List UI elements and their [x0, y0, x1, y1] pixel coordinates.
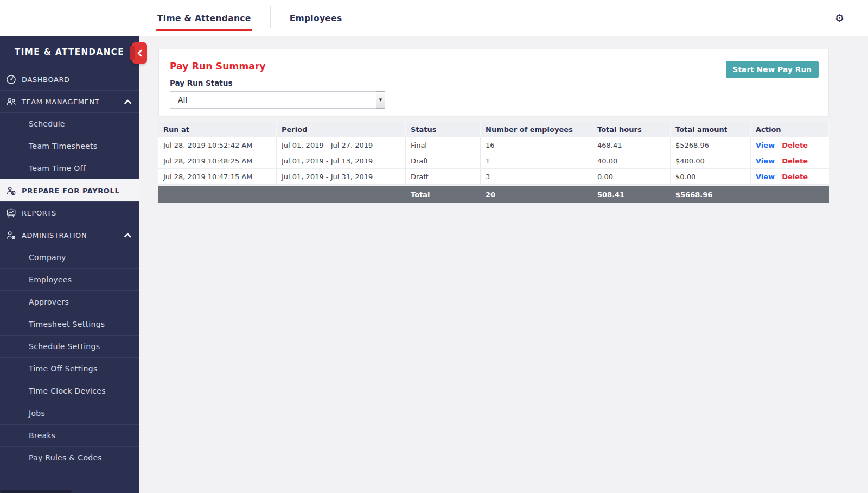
start-new-pay-run-button[interactable]: Start New Pay Run [726, 61, 819, 78]
view-link[interactable]: View [756, 141, 775, 149]
sidebar-item-schedule-settings[interactable]: Schedule Settings [0, 335, 139, 357]
sidebar-item-breaks[interactable]: Breaks [0, 424, 139, 446]
total-hours: 508.41 [592, 186, 671, 203]
chevron-up-icon [124, 99, 131, 104]
cell-total-hours: 468.41 [592, 137, 671, 153]
sidebar-item-label: Pay Rules & Codes [29, 453, 102, 462]
cell-employees: 16 [481, 137, 592, 153]
cell-action: View Delete [751, 169, 829, 185]
total-amount: $5668.96 [671, 186, 751, 203]
person-gear-icon [5, 230, 16, 241]
cell-period: Jul 01, 2019 - Jul 27, 2019 [277, 137, 406, 153]
select-value: All [178, 96, 187, 104]
table-row: Jul 28, 2019 10:52:42 AM Jul 01, 2019 - … [158, 137, 829, 153]
team-icon [5, 96, 16, 107]
tab-label: Employees [290, 14, 342, 23]
cell-employees: 3 [481, 169, 592, 185]
sidebar-item-prepare-for-payroll[interactable]: $ PREPARE FOR PAYROLL [0, 179, 139, 201]
sidebar-item-label: Schedule Settings [29, 342, 100, 351]
sidebar-item-dashboard[interactable]: DASHBOARD [0, 68, 139, 90]
cell-status: Draft [406, 169, 481, 185]
column-header-run-at: Run at [158, 122, 277, 137]
delete-link[interactable]: Delete [782, 173, 808, 181]
top-bar: Time & Attendance Employees ⚙ [0, 0, 868, 36]
person-dollar-icon: $ [5, 185, 16, 196]
total-empty [158, 186, 277, 203]
tab-time-attendance[interactable]: Time & Attendance [156, 0, 252, 36]
column-header-status: Status [406, 122, 481, 137]
sidebar-item-label: PREPARE FOR PAYROLL [22, 187, 119, 195]
cell-total-hours: 40.00 [592, 153, 671, 169]
page-title: Pay Run Summary [170, 61, 819, 72]
cell-run-at: Jul 28, 2019 10:47:15 AM [158, 169, 277, 185]
chevron-left-icon [137, 49, 142, 57]
cell-run-at: Jul 28, 2019 10:48:25 AM [158, 153, 277, 169]
sidebar-item-employees[interactable]: Employees [0, 268, 139, 290]
cell-run-at: Jul 28, 2019 10:52:42 AM [158, 137, 277, 153]
tab-divider [270, 6, 271, 28]
cell-status: Draft [406, 153, 481, 169]
sidebar-item-approvers[interactable]: Approvers [0, 290, 139, 313]
tab-employees[interactable]: Employees [289, 0, 343, 36]
settings-gear-icon[interactable]: ⚙ [835, 13, 844, 23]
dashboard-icon [5, 74, 16, 85]
column-header-action: Action [751, 122, 829, 137]
table-row: Jul 28, 2019 10:48:25 AM Jul 01, 2019 - … [158, 153, 829, 169]
cell-total-amount: $5268.96 [671, 137, 751, 153]
sidebar-item-time-clock-devices[interactable]: Time Clock Devices [0, 380, 139, 402]
table-total-row: Total 20 508.41 $5668.96 [158, 186, 829, 203]
cell-total-hours: 0.00 [592, 169, 671, 185]
sidebar: TIME & ATTENDANCE DASHBOARD TEAM MANAGEM… [0, 36, 139, 493]
chevron-up-icon [124, 233, 131, 238]
sidebar-item-label: Timesheet Settings [29, 320, 105, 328]
cell-action: View Delete [751, 153, 829, 169]
sidebar-item-label: Jobs [29, 409, 45, 418]
sidebar-item-time-off-settings[interactable]: Time Off Settings [0, 357, 139, 380]
sidebar-item-team-management[interactable]: TEAM MANAGEMENT [0, 90, 139, 112]
sidebar-item-schedule[interactable]: Schedule [0, 112, 139, 135]
view-link[interactable]: View [756, 173, 775, 181]
cell-action: View Delete [751, 137, 829, 153]
cell-total-amount: $400.00 [671, 153, 751, 169]
sidebar-item-label: ADMINISTRATION [22, 231, 87, 239]
delete-link[interactable]: Delete [782, 141, 808, 149]
column-header-total-hours: Total hours [592, 122, 671, 137]
cell-total-amount: $0.00 [671, 169, 751, 185]
tab-label: Time & Attendance [157, 14, 251, 23]
pay-run-status-label: Pay Run Status [170, 79, 819, 87]
delete-link[interactable]: Delete [782, 157, 808, 165]
sidebar-item-label: Team Time Off [29, 164, 86, 173]
pay-run-table: Run at Period Status Number of employees… [158, 122, 829, 203]
sidebar-item-label: REPORTS [22, 209, 56, 217]
sidebar-item-team-time-off[interactable]: Team Time Off [0, 157, 139, 179]
main-content: Pay Run Summary Pay Run Status All ▼ Sta… [139, 36, 868, 493]
sidebar-item-label: Employees [29, 275, 72, 284]
cell-employees: 1 [481, 153, 592, 169]
sidebar-item-reports[interactable]: REPORTS [0, 201, 139, 224]
sidebar-item-timesheet-settings[interactable]: Timesheet Settings [0, 313, 139, 335]
column-header-period: Period [277, 122, 406, 137]
sidebar-item-label: Team Timesheets [29, 142, 97, 150]
sidebar-item-label: TEAM MANAGEMENT [22, 98, 99, 106]
select-dropdown-arrow-icon: ▼ [376, 91, 385, 109]
total-employees: 20 [481, 186, 592, 203]
sidebar-collapse-button[interactable] [132, 42, 147, 64]
sidebar-item-label: Company [29, 253, 66, 262]
column-header-total-amount: Total amount [671, 122, 751, 137]
sidebar-item-administration[interactable]: ADMINISTRATION [0, 224, 139, 246]
total-label: Total [406, 186, 481, 203]
table-header-row: Run at Period Status Number of employees… [158, 122, 829, 137]
sidebar-item-pay-rules-codes[interactable]: Pay Rules & Codes [0, 446, 139, 469]
sidebar-item-label: Approvers [29, 298, 69, 306]
pay-run-summary-card: Pay Run Summary Pay Run Status All ▼ Sta… [158, 49, 829, 116]
cell-period: Jul 01, 2019 - Jul 13, 2019 [277, 153, 406, 169]
sidebar-scrollbar[interactable] [0, 490, 72, 493]
reports-board-icon [5, 207, 16, 218]
pay-run-status-select[interactable]: All ▼ [170, 91, 377, 109]
sidebar-item-jobs[interactable]: Jobs [0, 402, 139, 424]
view-link[interactable]: View [756, 157, 775, 165]
sidebar-item-team-timesheets[interactable]: Team Timesheets [0, 135, 139, 157]
sidebar-item-company[interactable]: Company [0, 246, 139, 268]
total-empty [751, 186, 829, 203]
svg-text:$: $ [12, 191, 14, 194]
